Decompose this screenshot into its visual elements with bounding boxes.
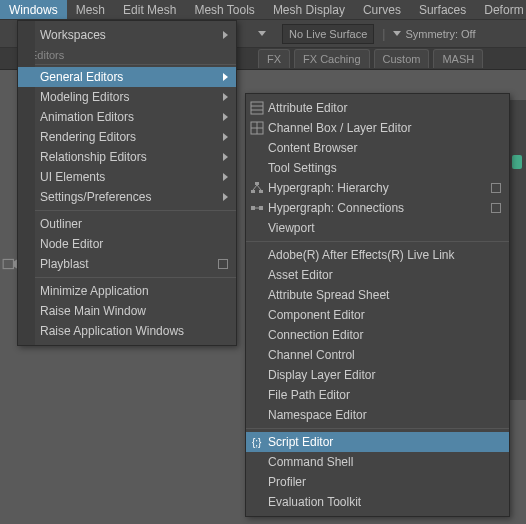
svg-rect-13 — [259, 206, 263, 210]
menu-hypergraph-hierarchy[interactable]: Hypergraph: Hierarchy — [246, 178, 509, 198]
live-surface-label: No Live Surface — [289, 28, 367, 40]
menu-workspaces[interactable]: Workspaces — [18, 25, 236, 45]
submenu-arrow-icon — [223, 73, 228, 81]
menubar-windows[interactable]: Windows — [0, 0, 67, 19]
submenu-arrow-icon — [223, 153, 228, 161]
svg-rect-12 — [251, 206, 255, 210]
menu-command-shell[interactable]: Command Shell — [246, 452, 509, 472]
menu-ui-elements[interactable]: UI Elements — [18, 167, 236, 187]
menu-raise-application-windows[interactable]: Raise Application Windows — [18, 321, 236, 341]
svg-text:{;}: {;} — [252, 437, 262, 448]
menubar-deform[interactable]: Deform — [475, 0, 526, 19]
menu-channel-control[interactable]: Channel Control — [246, 345, 509, 365]
menubar-mesh-tools[interactable]: Mesh Tools — [185, 0, 263, 19]
menu-playblast[interactable]: Playblast — [18, 254, 236, 274]
menu-connection-editor[interactable]: Connection Editor — [246, 325, 509, 345]
submenu-arrow-icon — [223, 113, 228, 121]
menu-display-layer-editor[interactable]: Display Layer Editor — [246, 365, 509, 385]
menu-tool-settings[interactable]: Tool Settings — [246, 158, 509, 178]
panel-strip-icon — [512, 155, 522, 169]
playblast-icon — [2, 256, 18, 272]
menu-rendering-editors[interactable]: Rendering Editors — [18, 127, 236, 147]
option-box-icon[interactable] — [491, 203, 501, 213]
menu-content-browser[interactable]: Content Browser — [246, 138, 509, 158]
separator — [246, 241, 509, 242]
menu-animation-editors[interactable]: Animation Editors — [18, 107, 236, 127]
editors-header: Editors — [18, 45, 236, 65]
shelf-tab-mash[interactable]: MASH — [433, 49, 483, 68]
menu-asset-editor[interactable]: Asset Editor — [246, 265, 509, 285]
menu-namespace-editor[interactable]: Namespace Editor — [246, 405, 509, 425]
menubar-edit-mesh[interactable]: Edit Mesh — [114, 0, 185, 19]
menubar-mesh[interactable]: Mesh — [67, 0, 114, 19]
menubar-surfaces[interactable]: Surfaces — [410, 0, 475, 19]
svg-rect-0 — [3, 259, 13, 268]
svg-line-10 — [253, 185, 257, 190]
shelf-tab-fx-caching[interactable]: FX Caching — [294, 49, 369, 68]
svg-rect-1 — [251, 102, 263, 114]
menu-general-editors[interactable]: General Editors — [18, 67, 236, 87]
menu-node-editor[interactable]: Node Editor — [18, 234, 236, 254]
option-box-icon[interactable] — [218, 259, 228, 269]
submenu-arrow-icon — [223, 31, 228, 39]
menubar-mesh-display[interactable]: Mesh Display — [264, 0, 354, 19]
menubar-curves[interactable]: Curves — [354, 0, 410, 19]
separator — [18, 210, 236, 211]
svg-rect-7 — [255, 182, 259, 185]
hypergraph-icon — [250, 201, 264, 215]
menu-attribute-spread-sheet[interactable]: Attribute Spread Sheet — [246, 285, 509, 305]
menu-file-path-editor[interactable]: File Path Editor — [246, 385, 509, 405]
channel-box-icon — [250, 121, 264, 135]
submenu-arrow-icon — [223, 93, 228, 101]
script-editor-icon: {;} — [250, 435, 264, 449]
general-editors-submenu: Attribute Editor Channel Box / Layer Edi… — [245, 93, 510, 517]
option-box-icon[interactable] — [491, 183, 501, 193]
windows-menu: Workspaces Editors General Editors Model… — [17, 20, 237, 346]
menu-outliner[interactable]: Outliner — [18, 214, 236, 234]
menu-ae-live-link[interactable]: Adobe(R) After Effects(R) Live Link — [246, 245, 509, 265]
menu-relationship-editors[interactable]: Relationship Editors — [18, 147, 236, 167]
submenu-arrow-icon — [223, 193, 228, 201]
separator — [246, 428, 509, 429]
live-surface-dropdown[interactable]: No Live Surface — [282, 24, 374, 44]
symmetry-label[interactable]: Symmetry: Off — [405, 28, 475, 40]
separator — [18, 277, 236, 278]
main-menubar: Windows Mesh Edit Mesh Mesh Tools Mesh D… — [0, 0, 526, 20]
svg-rect-8 — [251, 190, 255, 193]
submenu-arrow-icon — [223, 173, 228, 181]
menu-script-editor[interactable]: {;} Script Editor — [246, 432, 509, 452]
shelf-tab-fx[interactable]: FX — [258, 49, 290, 68]
svg-rect-9 — [259, 190, 263, 193]
menu-attribute-editor[interactable]: Attribute Editor — [246, 98, 509, 118]
chevron-down-icon[interactable] — [258, 31, 266, 36]
menu-minimize-application[interactable]: Minimize Application — [18, 281, 236, 301]
menu-hypergraph-connections[interactable]: Hypergraph: Connections — [246, 198, 509, 218]
menu-settings-preferences[interactable]: Settings/Preferences — [18, 187, 236, 207]
menu-component-editor[interactable]: Component Editor — [246, 305, 509, 325]
menu-raise-main-window[interactable]: Raise Main Window — [18, 301, 236, 321]
shelf-tab-custom[interactable]: Custom — [374, 49, 430, 68]
menu-profiler[interactable]: Profiler — [246, 472, 509, 492]
menu-modeling-editors[interactable]: Modeling Editors — [18, 87, 236, 107]
menu-viewport[interactable]: Viewport — [246, 218, 509, 238]
hypergraph-icon — [250, 181, 264, 195]
menu-channel-box[interactable]: Channel Box / Layer Editor — [246, 118, 509, 138]
menu-evaluation-toolkit[interactable]: Evaluation Toolkit — [246, 492, 509, 512]
attribute-editor-icon — [250, 101, 264, 115]
separator: | — [378, 27, 389, 41]
chevron-down-icon[interactable] — [393, 31, 401, 36]
svg-line-11 — [257, 185, 261, 190]
submenu-arrow-icon — [223, 133, 228, 141]
